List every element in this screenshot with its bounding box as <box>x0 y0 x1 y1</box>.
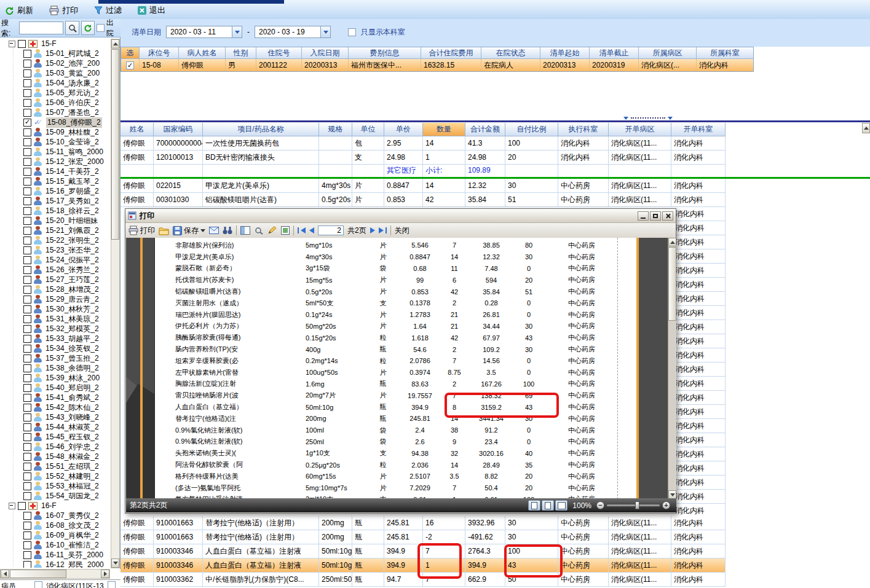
billing-grid-header-cell[interactable]: 单位 <box>352 123 384 136</box>
date-to-select[interactable]: 2020 - 03 - 19 <box>255 26 331 38</box>
tree-item[interactable]: 15-05_郑元访_2 <box>0 88 110 98</box>
zoom-out-button[interactable]: − <box>596 501 604 509</box>
next-page-button[interactable] <box>370 227 375 233</box>
tree-item[interactable]: 15-17_吴秀如_2 <box>0 196 110 206</box>
tree-item[interactable]: 15-07_潘圣也_2 <box>0 108 110 117</box>
tree-checkbox[interactable] <box>23 541 31 549</box>
tree-horizontal-scrollbar[interactable] <box>0 569 110 579</box>
view-fit-page-button[interactable] <box>542 500 554 511</box>
dialog-print-button[interactable]: 打印 <box>129 225 155 236</box>
tree-checkbox[interactable] <box>23 207 31 215</box>
page-setup-button[interactable] <box>254 226 264 235</box>
tree-item[interactable]: 15-38_余德明_2 <box>0 363 110 373</box>
tree-item[interactable]: 16-09_肖枫华_2 <box>0 530 110 540</box>
view-single-page-button[interactable] <box>528 500 540 511</box>
preview-vertical-scrollbar[interactable] <box>668 238 676 499</box>
tree-item[interactable]: 15-27_王巧莲_2 <box>0 275 110 284</box>
column-splitter-indicator[interactable] <box>623 116 673 120</box>
billing-grid-header-cell[interactable]: 开单病区 <box>609 123 671 136</box>
tree-item[interactable]: 15-28_林增茂_2 <box>0 284 110 294</box>
tree-item[interactable]: 15-32_郑模英_2 <box>0 324 110 334</box>
grid-scroll-up-button[interactable] <box>862 123 870 133</box>
tree-item[interactable]: 15-24_倪振平_2 <box>0 255 110 265</box>
tree-collapse-icon[interactable] <box>9 41 15 47</box>
billing-grid-header-cell[interactable]: 合计金额 <box>465 123 505 136</box>
tree-checkbox[interactable] <box>23 315 31 323</box>
tree-checkbox[interactable] <box>23 492 31 500</box>
tree-item[interactable]: 15-40_郑启明_2 <box>0 383 110 393</box>
date-from-dropdown-button[interactable] <box>232 26 242 38</box>
patient-grid-header-cell[interactable]: 合计住院费用 <box>421 47 481 59</box>
tree-item[interactable]: 15-02_池萍_200 <box>0 58 110 68</box>
tree-item[interactable]: 15-44_林淑英_2 <box>0 422 110 432</box>
tree-item[interactable]: 15-54_胡国龙_2 <box>0 491 110 501</box>
billing-row[interactable]: 傅仰眼 910001663 替考拉宁(他格适)（注射用） 200mg 瓶 245… <box>121 530 726 544</box>
tree-checkbox[interactable] <box>23 187 31 195</box>
tree-checkbox[interactable] <box>23 89 31 97</box>
print-button[interactable]: 打印 <box>49 5 78 16</box>
email-button[interactable] <box>209 227 219 234</box>
tree-item[interactable]: 15-09_林桂馥_2 <box>0 127 110 137</box>
tree-checkbox[interactable] <box>23 423 31 431</box>
page-number-input[interactable] <box>318 225 344 235</box>
save-button[interactable]: 保存 <box>173 225 205 236</box>
tree-checkbox[interactable] <box>23 453 31 461</box>
billing-row[interactable]: 傅仰眼 022015 甲泼尼龙片(美卓乐) 4mg*30s 片 0.8847 1… <box>121 179 726 193</box>
tree-item[interactable]: 15-39_林泳_200 <box>0 373 110 383</box>
scrollbar-thumb[interactable] <box>668 247 676 321</box>
only-dept-checkbox[interactable] <box>348 28 356 36</box>
tree-footer-checkbox-2[interactable] <box>108 581 116 588</box>
tree-checkbox[interactable] <box>23 197 31 205</box>
scrollbar-thumb[interactable] <box>10 570 66 578</box>
minimize-button[interactable] <box>638 211 649 221</box>
tree-item[interactable]: 15-42_陈木仙_2 <box>0 402 110 412</box>
billing-grid-header-cell[interactable]: 规格 <box>319 123 352 136</box>
tree-checkbox[interactable] <box>23 384 31 392</box>
billing-grid-header-cell[interactable]: 单价 <box>384 123 423 136</box>
scroll-down-button[interactable] <box>668 490 676 499</box>
tree-checkbox[interactable] <box>23 561 31 568</box>
billing-grid-header-cell[interactable]: 执行科室 <box>558 123 609 136</box>
tree-item[interactable]: 15-43_刘晓峰_2 <box>0 412 110 422</box>
tree-checkbox[interactable] <box>23 227 31 235</box>
tree-item[interactable]: 15-45_程玉钗_2 <box>0 432 110 442</box>
tree-checkbox[interactable] <box>23 325 31 333</box>
billing-grid-header-cell[interactable]: 项目/药品名称 <box>203 123 319 136</box>
tree-checkbox[interactable] <box>23 276 31 284</box>
tree-item[interactable]: 15-F <box>0 39 110 49</box>
patient-row-checkbox[interactable] <box>126 61 134 69</box>
tree-checkbox[interactable] <box>23 128 31 136</box>
tree-item[interactable]: 15-04_汤永廉_2 <box>0 78 110 88</box>
save-dropdown-icon[interactable] <box>200 229 205 232</box>
tree-item[interactable]: 15-34_徐英钗_2 <box>0 343 110 353</box>
tree-checkbox[interactable] <box>23 404 31 412</box>
tree-checkbox[interactable] <box>23 109 31 117</box>
billing-grid-header-cell[interactable]: 自付比例 <box>505 123 558 136</box>
tree-item[interactable]: 15-18_徐祥云_2 <box>0 206 110 216</box>
tree-checkbox[interactable] <box>23 50 31 58</box>
patient-grid-header-cell[interactable]: 所属科室 <box>697 47 753 59</box>
tree-item[interactable]: 15-22_张明生_2 <box>0 235 110 245</box>
tree-item[interactable]: 15-21_刘佩霞_2 <box>0 225 110 235</box>
zoom-slider[interactable] <box>607 504 660 506</box>
filter-button[interactable]: 过滤 <box>94 5 122 16</box>
tree-item[interactable]: 15-53_林福冠_2 <box>0 481 110 491</box>
billing-grid-header-cell[interactable]: 开单科室 <box>671 123 726 136</box>
tree-checkbox[interactable] <box>23 414 31 421</box>
tree-item[interactable]: 15-14_干美芬_2 <box>0 167 110 176</box>
tree-checkbox[interactable] <box>23 472 31 480</box>
tree-item[interactable]: 15-48_林淑金_2 <box>0 452 110 461</box>
tree-item[interactable]: 15-31_林美琼_2 <box>0 314 110 324</box>
tree-checkbox[interactable] <box>23 355 31 363</box>
tree-checkbox[interactable] <box>23 374 31 382</box>
tree-checkbox[interactable] <box>23 433 31 441</box>
scroll-left-button[interactable] <box>1 570 9 578</box>
tree-checkbox[interactable] <box>23 246 31 254</box>
scroll-up-button[interactable] <box>668 238 676 246</box>
tree-checkbox[interactable] <box>23 482 31 490</box>
tree-checkbox[interactable] <box>23 148 31 156</box>
scrollbar-thumb[interactable] <box>111 49 119 240</box>
find-button[interactable] <box>223 226 232 235</box>
tree-item[interactable]: 16-08_徐文茂_2 <box>0 520 110 530</box>
tree-checkbox[interactable] <box>23 531 31 539</box>
